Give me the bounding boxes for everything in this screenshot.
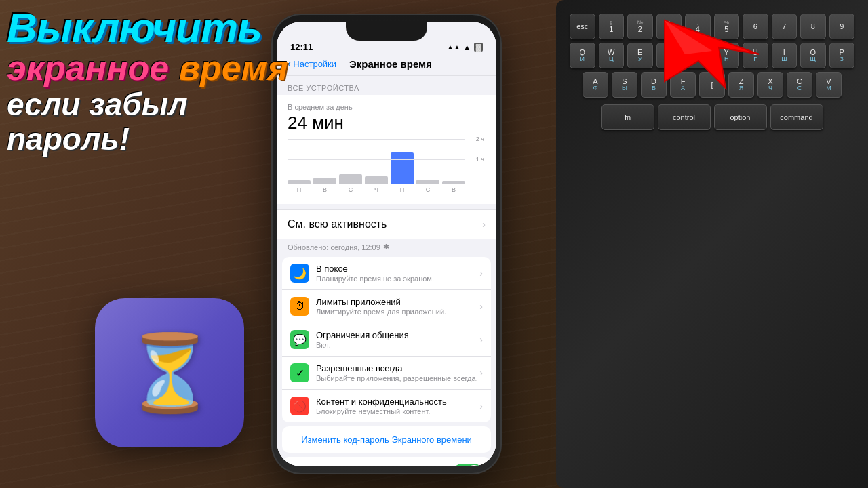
key-c[interactable]: CС bbox=[787, 72, 812, 98]
chart-lines: 2 ч 1 ч bbox=[288, 139, 465, 180]
nav-title: Экранное время bbox=[336, 58, 445, 70]
menu-chevron-1: › bbox=[479, 301, 483, 312]
menu-item-3[interactable]: ✓ Разрешенные всегда Выбирайте приложени… bbox=[282, 357, 491, 390]
chart-avg-value: 24 мин bbox=[288, 113, 486, 134]
menu-chevron-4: › bbox=[479, 401, 483, 411]
key-i[interactable]: IШ bbox=[772, 43, 797, 68]
key-control[interactable]: control bbox=[658, 104, 711, 130]
activity-chevron-icon: › bbox=[482, 219, 486, 230]
key-2[interactable]: №2 bbox=[627, 14, 653, 39]
menu-item-0[interactable]: 🌙 В покое Планируйте время не за экраном… bbox=[282, 257, 491, 290]
key-8[interactable]: 8 bbox=[800, 14, 826, 39]
toggle-switch[interactable] bbox=[453, 464, 483, 466]
menu-icon-2: 💬 bbox=[290, 330, 309, 349]
menu-text-0: В покое Планируйте время не за экраном. bbox=[316, 264, 479, 283]
title-line1: Выключить bbox=[7, 7, 312, 49]
updated-label: Обновлено: сегодня, 12:09 ✱ bbox=[277, 240, 496, 254]
menu-subtitle-3: Выбирайте приложения, разрешенные всегда… bbox=[316, 374, 479, 382]
menu-title-3: Разрешенные всегда bbox=[316, 363, 479, 373]
title-overlay: Выключить экранное время если забыл паро… bbox=[7, 7, 312, 156]
bar-day-label-0: П bbox=[297, 186, 301, 193]
menu-text-4: Контент и конфиденциальность Блокируйте … bbox=[316, 396, 479, 415]
change-password-button[interactable]: Изменить код-пароль Экранного времени bbox=[282, 426, 491, 453]
menu-subtitle-0: Планируйте время не за экраном. bbox=[316, 274, 479, 283]
notch bbox=[346, 22, 427, 41]
menu-item-1[interactable]: ⏱ Лимиты приложений Лимитируйте время дл… bbox=[282, 290, 491, 323]
key-v[interactable]: VМ bbox=[816, 72, 842, 98]
menu-title-4: Контент и конфиденциальность bbox=[316, 396, 479, 407]
key-1[interactable]: §1 bbox=[599, 14, 625, 39]
updated-text: Обновлено: сегодня, 12:09 bbox=[288, 243, 380, 251]
bar-П bbox=[288, 180, 311, 184]
menu-text-2: Ограничения общения Вкл. bbox=[316, 330, 479, 349]
wifi-icon: ▲ bbox=[463, 43, 471, 52]
key-s[interactable]: SЫ bbox=[612, 72, 637, 98]
key-option[interactable]: option bbox=[714, 104, 767, 130]
key-p[interactable]: PЗ bbox=[829, 43, 855, 68]
menu-icon-3: ✓ bbox=[290, 363, 309, 382]
bar-day-label-4: П bbox=[400, 186, 404, 193]
signal-icon: ▲▲ bbox=[447, 43, 460, 51]
title-line2-part1: экранное bbox=[7, 48, 169, 87]
menu-chevron-3: › bbox=[479, 367, 483, 378]
chart-line-2h: 2 ч bbox=[288, 139, 465, 140]
bar-day-label-2: С bbox=[349, 186, 353, 193]
title-line3: если забыл пароль! bbox=[7, 87, 312, 156]
key-w[interactable]: WЦ bbox=[599, 43, 625, 68]
menu-title-0: В покое bbox=[316, 264, 479, 274]
key-a[interactable]: AФ bbox=[583, 72, 608, 98]
key-esc[interactable]: esc bbox=[570, 14, 595, 39]
red-arrow bbox=[651, 14, 760, 95]
title-line2: экранное время bbox=[7, 49, 312, 87]
key-command[interactable]: command bbox=[770, 104, 823, 130]
key-q[interactable]: QЙ bbox=[570, 43, 595, 68]
battery-icon: ▓ bbox=[474, 43, 483, 52]
chart-line-1h: 1 ч bbox=[288, 159, 465, 160]
menu-icon-1: ⏱ bbox=[290, 297, 309, 316]
key-x[interactable]: XЧ bbox=[757, 72, 783, 98]
menu-subtitle-2: Вкл. bbox=[316, 341, 479, 349]
menu-title-1: Лимиты приложений bbox=[316, 297, 479, 307]
menu-item-2[interactable]: 💬 Ограничения общения Вкл. › bbox=[282, 323, 491, 357]
key-o[interactable]: OЩ bbox=[800, 43, 826, 68]
chart-avg-label: В среднем за день bbox=[288, 103, 486, 111]
menu-chevron-0: › bbox=[479, 268, 483, 279]
bar-С bbox=[416, 180, 439, 185]
app-icon: ⏳ bbox=[95, 298, 244, 447]
menu-title-2: Ограничения общения bbox=[316, 330, 479, 340]
activity-label: См. всю активность bbox=[288, 218, 387, 230]
menu-section: 🌙 В покое Планируйте время не за экраном… bbox=[282, 257, 491, 422]
chart-label-2h: 2 ч bbox=[476, 136, 484, 142]
menu-icon-4: 🚫 bbox=[290, 396, 309, 415]
key-e[interactable]: EУ bbox=[627, 43, 653, 68]
refresh-icon: ✱ bbox=[383, 243, 389, 251]
key-9[interactable]: 9 bbox=[829, 14, 855, 39]
toggle-row: Учёт на все... bbox=[282, 457, 491, 466]
bar-day-label-5: С bbox=[426, 186, 431, 193]
hourglass-icon: ⏳ bbox=[123, 329, 216, 417]
bar-day-label-3: Ч bbox=[374, 186, 378, 193]
change-password-label: Изменить код-пароль Экранного времени bbox=[301, 434, 472, 445]
menu-subtitle-4: Блокируйте неуместный контент. bbox=[316, 407, 479, 415]
menu-text-3: Разрешенные всегда Выбирайте приложения,… bbox=[316, 363, 479, 382]
key-fn[interactable]: fn bbox=[601, 104, 654, 130]
status-icons: ▲▲ ▲ ▓ bbox=[447, 43, 483, 52]
chart-label-1h: 1 ч bbox=[476, 156, 484, 163]
menu-text-1: Лимиты приложений Лимитируйте время для … bbox=[316, 297, 479, 316]
bar-day-label-1: В bbox=[323, 186, 327, 193]
bar-chart: 2 ч 1 ч ПВСЧПСВ bbox=[288, 139, 486, 193]
menu-chevron-2: › bbox=[479, 334, 483, 345]
title-line2-part2: время bbox=[179, 48, 288, 87]
bar-В bbox=[442, 181, 465, 184]
menu-subtitle-1: Лимитируйте время для приложений. bbox=[316, 308, 479, 316]
activity-row[interactable]: См. всю активность › bbox=[277, 209, 496, 239]
menu-icon-0: 🌙 bbox=[290, 264, 309, 283]
menu-item-4[interactable]: 🚫 Контент и конфиденциальность Блокируйт… bbox=[282, 390, 491, 422]
key-7[interactable]: 7 bbox=[772, 14, 797, 39]
bar-day-label-6: В bbox=[452, 186, 456, 193]
